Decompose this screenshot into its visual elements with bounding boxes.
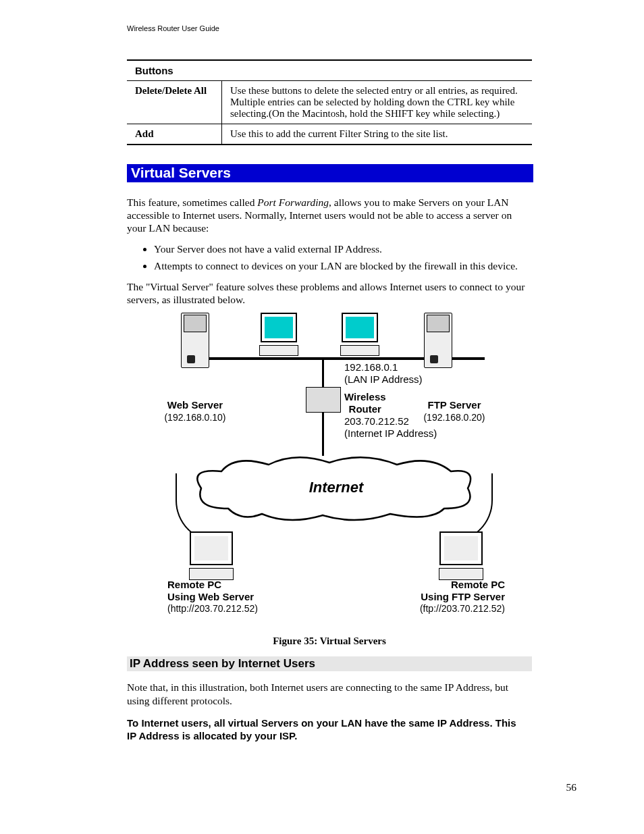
doc-header: Wireless Router User Guide <box>127 24 582 32</box>
buttons-table-header: Buttons <box>127 60 532 81</box>
remote-pc-left-icon <box>188 531 235 580</box>
internet-ip-line1: 203.70.212.52 <box>344 415 409 427</box>
intro-italic: Port Forwarding <box>257 197 329 208</box>
row-desc: Use these buttons to delete the selected… <box>222 81 533 124</box>
sub-heading: IP Address seen by Internet Users <box>127 656 532 671</box>
wireless-router-l2: Router <box>349 403 381 415</box>
row-desc: Use this to add the current Filter Strin… <box>222 124 533 145</box>
virtual-servers-figure: 192.168.0.1 (LAN IP Address) Web Server … <box>167 313 505 630</box>
wireless-router-l1: Wireless <box>344 391 386 402</box>
ftp-server-label: FTP Server (192.168.0.20) <box>410 399 498 423</box>
bullet-list: Your Server does not have a valid extern… <box>127 242 532 273</box>
list-item: Attempts to connect to devices on your L… <box>154 259 532 273</box>
row-label: Delete/Delete All <box>127 81 222 124</box>
lan-pc-icon <box>336 313 383 356</box>
figure-caption: Figure 35: Virtual Servers <box>127 635 532 647</box>
lan-pc-icon <box>255 313 302 356</box>
web-server-ip: (192.168.0.10) <box>164 412 225 423</box>
router-down-line-icon <box>322 411 324 456</box>
ftp-server-title: FTP Server <box>428 399 481 411</box>
remote-right-l2: Using FTP Server <box>421 591 505 602</box>
remote-left-l1: Remote PC <box>167 579 221 590</box>
remote-left-l3: (http://203.70.212.52) <box>167 603 258 614</box>
table-row: Delete/Delete All Use these buttons to d… <box>127 81 532 124</box>
remote-right-l3: (ftp://203.70.212.52) <box>420 603 505 614</box>
lan-ip-line1: 192.168.0.1 <box>344 361 398 373</box>
remote-right-label: Remote PC Using FTP Server (ftp://203.70… <box>383 579 505 614</box>
list-item: Your Server does not have a valid extern… <box>154 242 532 257</box>
remote-left-l2: Using Web Server <box>167 591 254 602</box>
note-paragraph: Note that, in this illustration, both In… <box>127 681 532 706</box>
row-label: Add <box>127 124 222 145</box>
intro-paragraph: This feature, sometimes called Port Forw… <box>127 196 532 235</box>
section-heading: Virtual Servers <box>127 164 533 182</box>
web-server-title: Web Server <box>167 399 223 411</box>
bold-paragraph: To Internet users, all virtual Servers o… <box>127 717 518 743</box>
ftp-server-icon <box>424 313 454 368</box>
remote-right-l1: Remote PC <box>451 579 505 590</box>
ftp-server-ip: (192.168.0.20) <box>423 412 485 423</box>
post-bullets-paragraph: The "Virtual Server" feature solves thes… <box>127 280 532 306</box>
wireless-router-icon <box>306 387 341 413</box>
intro-text-1: This feature, sometimes called <box>127 197 257 208</box>
lan-ip-line2: (LAN IP Address) <box>344 373 423 385</box>
remote-left-label: Remote PC Using Web Server (http://203.7… <box>167 579 258 614</box>
wireless-router-label: Wireless Router <box>344 391 386 415</box>
internet-ip-line2: (Internet IP Address) <box>344 427 437 439</box>
table-row: Add Use this to add the current Filter S… <box>127 124 532 145</box>
web-server-icon <box>181 313 211 368</box>
page-number: 56 <box>566 781 577 793</box>
router-up-line-icon <box>322 359 324 388</box>
lan-ip-label: 192.168.0.1 (LAN IP Address) <box>344 361 423 385</box>
buttons-table: Buttons Delete/Delete All Use these butt… <box>127 59 532 145</box>
remote-pc-right-icon <box>437 531 485 580</box>
web-server-label: Web Server (192.168.0.10) <box>151 399 239 423</box>
